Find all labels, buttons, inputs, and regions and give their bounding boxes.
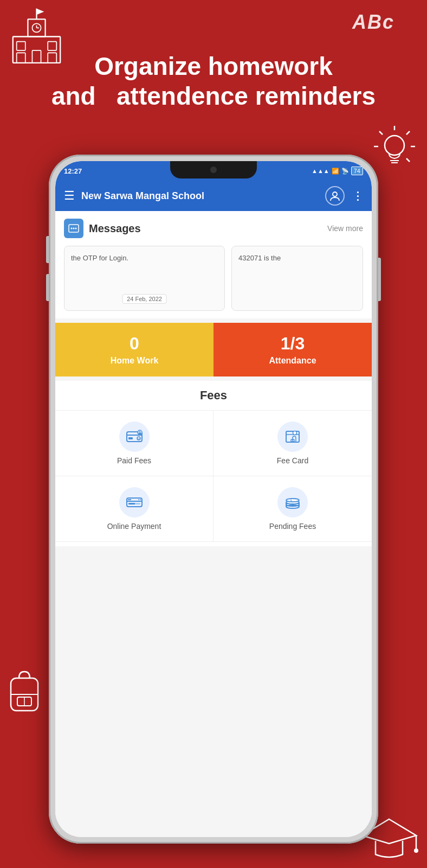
fee-card-icon-circle: [277, 422, 308, 452]
svg-point-35: [137, 437, 140, 440]
svg-line-15: [379, 131, 383, 135]
more-options-button[interactable]: ⋮: [352, 189, 363, 202]
fees-section: Fees: [55, 381, 372, 546]
wifi-icon: 📶: [332, 168, 339, 175]
svg-point-52: [286, 499, 299, 502]
user-profile-button[interactable]: [325, 186, 345, 206]
headline-line2: and attendence reminders: [51, 82, 376, 110]
svg-point-30: [73, 228, 75, 229]
status-icons: ▲▲▲ 📶 📡 74: [312, 167, 363, 175]
message-date-1: 24 Feb, 2022: [122, 294, 167, 304]
app-content: Messages View more the OTP for Login. 24…: [55, 211, 372, 837]
headline-line1: Organize homework: [94, 52, 333, 80]
volume-up-button: [46, 236, 49, 263]
app-screen: 12:27 ▲▲▲ 📶 📡 74 ☰ New Sarwa Mangal Scho…: [55, 161, 372, 837]
svg-rect-9: [48, 42, 56, 50]
attendance-stat-card[interactable]: 1/3 Attendance: [214, 323, 372, 376]
svg-rect-45: [128, 503, 135, 505]
svg-rect-37: [138, 433, 141, 435]
attendance-count: 1/3: [281, 334, 305, 354]
credit-card-icon: [126, 428, 143, 445]
header-right: ⋮: [325, 186, 363, 206]
fees-title: Fees: [55, 381, 372, 411]
pending-fees-icon-circle: $: [277, 487, 308, 518]
message-text-2: 432071 is the: [238, 254, 281, 262]
message-text-1: the OTP for Login.: [71, 254, 128, 262]
view-more-link[interactable]: View more: [327, 224, 363, 233]
homework-label: Home Work: [111, 356, 159, 366]
homework-count: 0: [130, 334, 139, 354]
online-payment-item[interactable]: Online Payment: [55, 476, 214, 542]
pending-fees-label: Pending Fees: [269, 522, 316, 531]
paid-fees-icon-circle: [119, 422, 150, 452]
messages-icon: [64, 219, 83, 238]
app-header: ☰ New Sarwa Mangal School ⋮: [55, 181, 372, 211]
header-left: ☰ New Sarwa Mangal School: [64, 189, 204, 203]
fees-grid: Paid Fees: [55, 411, 372, 542]
power-button: [378, 258, 381, 301]
pending-fees-item[interactable]: $ Pending Fees: [214, 476, 372, 542]
app-title: New Sarwa Mangal School: [81, 190, 204, 202]
svg-point-17: [385, 136, 404, 155]
volume-down-button: [46, 274, 49, 301]
front-camera: [210, 167, 217, 173]
svg-point-40: [293, 431, 297, 435]
message-card-2[interactable]: 432071 is the: [231, 246, 363, 311]
message-card-1[interactable]: the OTP for Login. 24 Feb, 2022: [64, 246, 225, 311]
messages-section: Messages View more the OTP for Login. 24…: [55, 211, 372, 318]
svg-point-31: [75, 228, 77, 229]
phone-notch: [170, 161, 257, 178]
fee-card-item[interactable]: Fee Card: [214, 411, 372, 476]
svg-rect-46: [128, 499, 131, 500]
data-icon: 📡: [341, 168, 349, 175]
pending-fees-icon: $: [284, 494, 301, 511]
svg-point-27: [333, 192, 337, 196]
headline: Organize homework and attendence reminde…: [0, 52, 427, 111]
attendance-label: Attendance: [269, 356, 316, 366]
signal-icon: ▲▲▲: [312, 168, 329, 174]
svg-point-29: [71, 228, 73, 229]
paid-fees-label: Paid Fees: [117, 456, 151, 465]
fee-card-icon: [284, 428, 301, 445]
paid-fees-item[interactable]: Paid Fees: [55, 411, 214, 476]
messages-title: Messages: [89, 222, 141, 235]
online-payment-icon-circle: [119, 487, 150, 518]
hamburger-menu-button[interactable]: ☰: [64, 189, 75, 203]
phone-frame: 12:27 ▲▲▲ 📶 📡 74 ☰ New Sarwa Mangal Scho…: [49, 155, 378, 844]
fee-card-label: Fee Card: [277, 456, 308, 465]
stats-row: 0 Home Work 1/3 Attendance: [55, 323, 372, 376]
status-time: 12:27: [64, 167, 82, 175]
abc-decorative-text: ABc: [352, 11, 394, 34]
message-cards: the OTP for Login. 24 Feb, 2022 432071 i…: [64, 246, 363, 311]
svg-point-48: [140, 499, 141, 500]
bulb-icon: [373, 125, 416, 168]
online-payment-label: Online Payment: [107, 522, 161, 531]
battery-indicator: 74: [351, 167, 363, 175]
svg-rect-6: [17, 42, 25, 50]
svg-point-47: [138, 499, 139, 500]
svg-line-12: [406, 131, 410, 135]
phone-screen: 12:27 ▲▲▲ 📶 📡 74 ☰ New Sarwa Mangal Scho…: [55, 161, 372, 837]
svg-rect-34: [128, 437, 133, 439]
homework-stat-card[interactable]: 0 Home Work: [55, 323, 214, 376]
online-payment-icon: [126, 494, 143, 511]
backpack-icon: [5, 667, 43, 716]
svg-point-26: [414, 848, 418, 853]
messages-header: Messages View more: [64, 219, 363, 238]
svg-line-14: [406, 158, 410, 162]
messages-title-row: Messages: [64, 219, 141, 238]
